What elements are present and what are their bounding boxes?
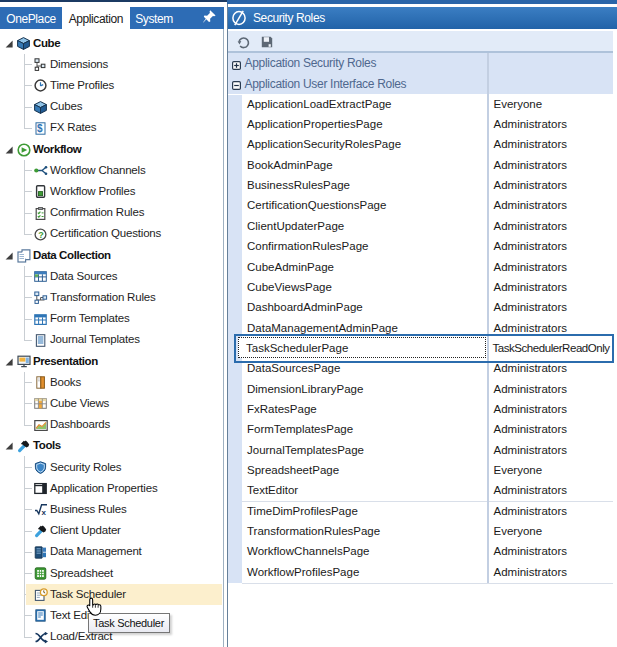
svg-text:$: $ xyxy=(37,123,43,134)
svg-text:?: ? xyxy=(38,229,44,239)
svg-text:x: x xyxy=(41,508,46,516)
